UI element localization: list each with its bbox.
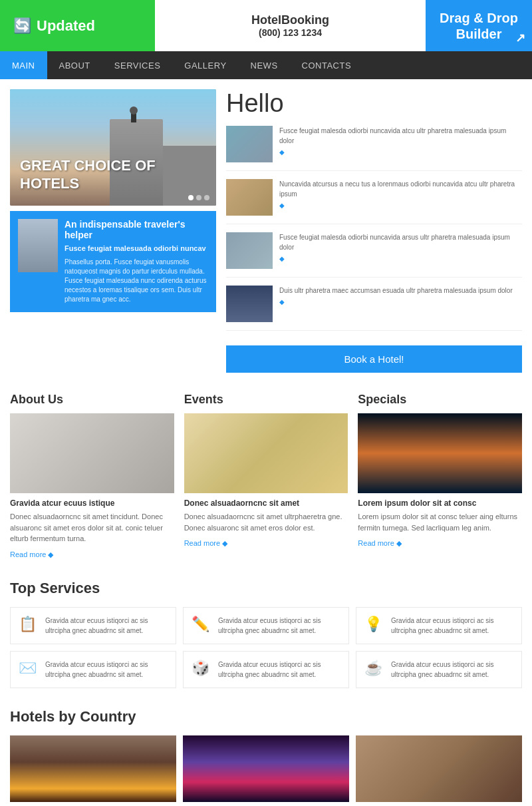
news-item-1: Fusce feugiat malesda odiorbi nuncavida … <box>226 126 522 171</box>
about-us-subtitle: Gravida atcur ecuus istique <box>10 499 174 508</box>
events-desc: Donec alsuadaorncnc sit amet ultrphaeret… <box>184 511 348 533</box>
nav-item-main[interactable]: MAIN <box>0 51 47 79</box>
services-grid: 📋 Gravida atcur ecuus istiqorci ac sis u… <box>10 607 522 688</box>
service-text-1: Gravida atcur ecuus istiqorci ac sis ult… <box>45 616 168 636</box>
news-image-4 <box>226 286 273 322</box>
service-icon-5: 🎲 <box>192 660 211 677</box>
top-services-section: Top Services 📋 Gravida atcur ecuus istiq… <box>0 570 532 698</box>
hotel-card-3: Retuer aling elituris ⚙ <box>356 735 522 807</box>
nav-item-about[interactable]: ABOUT <box>47 51 102 79</box>
hotel-label-3: Retuer aling elituris ⚙ <box>356 802 522 807</box>
hotel-label-2: Ecuus istliqum orci ⚙ <box>183 802 349 807</box>
hotel-image-3 <box>356 735 522 802</box>
events-section: Events Donec alsuadaorncnc sit amet Done… <box>184 393 348 560</box>
service-card-1: 📋 Gravida atcur ecuus istiqorci ac sis u… <box>10 607 176 644</box>
service-text-2: Gravida atcur ecuus istiqorci ac sis ult… <box>218 616 340 636</box>
hotels-by-country-section: Hotels by Country Gravida atcur ecuus ⚙ … <box>0 698 532 807</box>
news-item-3: Fusce feugiat malesda odiorbi nuncavida … <box>226 232 522 278</box>
service-icon-1: 📋 <box>19 616 39 633</box>
news-item-4: Duis ultr pharetra maec accumsan esuada … <box>226 286 522 331</box>
service-icon-3: 💡 <box>364 616 384 633</box>
hotel-card-1: Gravida atcur ecuus ⚙ <box>10 735 176 807</box>
specials-image <box>358 413 522 493</box>
hero-text: GREAT CHOICE OF HOTELS <box>20 157 216 192</box>
service-card-3: 💡 Gravida atcur ecuus istiqorci ac sis u… <box>356 607 522 644</box>
news-text-2: Nuncavida atcursus a necu tus a lorenmau… <box>279 179 522 199</box>
nav-item-services[interactable]: SERVICES <box>102 51 173 79</box>
hotel-card-2: Ecuus istliqum orci ⚙ <box>183 735 349 807</box>
news-link-4[interactable]: ◆ <box>279 298 513 305</box>
news-text-1: Fusce feugiat malesda odiorbi nuncavida … <box>279 126 522 146</box>
site-title: HotelBooking <box>251 13 329 27</box>
news-link-2[interactable]: ◆ <box>279 202 522 209</box>
service-card-2: ✏️ Gravida atcur ecuus istiqorci ac sis … <box>183 607 349 644</box>
specials-section: Specials Lorem ipsum dolor sit at consc … <box>358 393 522 560</box>
three-column-section: About Us Gravida atcur ecuus istique Don… <box>0 383 532 570</box>
hotel-label-1: Gravida atcur ecuus ⚙ <box>10 802 176 807</box>
specials-read-more[interactable]: Read more ◆ <box>358 539 401 547</box>
phone-number: (800) 123 1234 <box>259 27 322 38</box>
right-column: Hello Fusce feugiat malesda odiorbi nunc… <box>226 89 522 373</box>
service-icon-2: ✏️ <box>192 616 211 633</box>
hotels-grid-row1: Gravida atcur ecuus ⚙ Ecuus istliqum orc… <box>10 735 522 807</box>
news-image-1 <box>226 126 273 162</box>
news-link-1[interactable]: ◆ <box>279 148 522 156</box>
news-item-2: Nuncavida atcursus a necu tus a lorenmau… <box>226 179 522 224</box>
events-subtitle: Donec alsuadaorncnc sit amet <box>184 499 348 508</box>
hero-dot-1[interactable] <box>188 195 194 200</box>
events-read-more[interactable]: Read more ◆ <box>184 539 227 547</box>
news-content-4: Duis ultr pharetra maec accumsan esuada … <box>279 286 513 322</box>
service-icon-4: ✉️ <box>19 660 39 677</box>
drag-drop-label: Drag & DropBuilder <box>440 10 518 42</box>
hotels-title: Hotels by Country <box>10 708 522 725</box>
about-us-image <box>10 413 174 493</box>
hero-dot-3[interactable] <box>204 195 209 200</box>
promo-subtitle: Fusce feugiat malesuada odiorbi nuncav <box>65 244 208 254</box>
promo-image <box>18 219 58 272</box>
hero-dots <box>188 195 209 200</box>
service-card-5: 🎲 Gravida atcur ecuus istiqorci ac sis u… <box>183 651 349 688</box>
hero-image: GREAT CHOICE OF HOTELS <box>10 89 216 206</box>
nav-item-news[interactable]: NEWS <box>239 51 290 79</box>
left-column: GREAT CHOICE OF HOTELS An indispensable … <box>10 89 216 373</box>
news-text-4: Duis ultr pharetra maec accumsan esuada … <box>279 286 513 296</box>
news-text-3: Fusce feugiat malesda odiorbi nuncavida … <box>279 232 522 252</box>
main-nav: MAIN ABOUT SERVICES GALLERY NEWS CONTACT… <box>0 51 532 79</box>
main-content: GREAT CHOICE OF HOTELS An indispensable … <box>0 79 532 383</box>
hotel-image-2 <box>183 735 349 802</box>
top-badges-row: 🔄 Updated HotelBooking (800) 123 1234 Dr… <box>0 0 532 51</box>
news-link-3[interactable]: ◆ <box>279 255 522 262</box>
nav-item-contacts[interactable]: CONTACTS <box>290 51 364 79</box>
about-us-title: About Us <box>10 393 174 407</box>
about-us-desc: Donec alsuadaorncnc sit amet tincidunt. … <box>10 511 174 544</box>
updated-text: Updated <box>37 17 95 35</box>
news-image-2 <box>226 179 273 216</box>
specials-title: Specials <box>358 393 522 407</box>
hero-dot-2[interactable] <box>196 195 201 200</box>
news-image-3 <box>226 232 273 269</box>
events-image <box>184 413 348 493</box>
nav-item-gallery[interactable]: GALLERY <box>172 51 238 79</box>
news-content-1: Fusce feugiat malesda odiorbi nuncavida … <box>279 126 522 162</box>
news-content-2: Nuncavida atcursus a necu tus a lorenmau… <box>279 179 522 216</box>
service-icon-6: ☕ <box>364 660 384 677</box>
hero-overlay: GREAT CHOICE OF HOTELS <box>20 157 216 192</box>
news-content-3: Fusce feugiat malesda odiorbi nuncavida … <box>279 232 522 269</box>
specials-desc: Lorem ipsum dolor sit at consc teluer ai… <box>358 511 522 533</box>
updated-badge: 🔄 Updated <box>0 0 155 51</box>
drag-drop-badge: Drag & DropBuilder <box>426 0 532 51</box>
hotel-image-1 <box>10 735 176 802</box>
site-header: HotelBooking (800) 123 1234 <box>155 0 426 51</box>
service-text-5: Gravida atcur ecuus istiqorci ac sis ult… <box>218 660 340 680</box>
about-us-section: About Us Gravida atcur ecuus istique Don… <box>10 393 174 560</box>
book-hotel-button[interactable]: Book a Hotel! <box>226 345 522 373</box>
promo-title: An indispensable traveler's helper <box>65 219 208 240</box>
about-us-read-more[interactable]: Read more ◆ <box>10 550 53 558</box>
specials-subtitle: Lorem ipsum dolor sit at consc <box>358 499 522 508</box>
promo-box: An indispensable traveler's helper Fusce… <box>10 211 216 312</box>
promo-body: Phasellus porta. Fusce feugiat vanusmoli… <box>65 258 208 304</box>
service-text-4: Gravida atcur ecuus istiqorci ac sis ult… <box>45 660 168 680</box>
hello-title: Hello <box>226 89 522 118</box>
service-text-3: Gravida atcur ecuus istiqorci ac sis ult… <box>391 616 513 636</box>
service-card-6: ☕ Gravida atcur ecuus istiqorci ac sis u… <box>356 651 522 688</box>
